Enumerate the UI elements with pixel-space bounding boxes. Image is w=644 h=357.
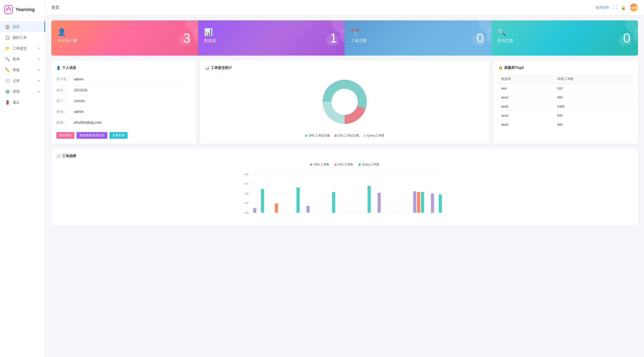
bar-query-6 (368, 186, 371, 213)
users-stat-value: 3 (183, 30, 190, 46)
trend-legend-query: Query工单数 (358, 162, 379, 167)
sidebar-item-manage[interactable]: ⚙️ 管理 ▼ (0, 86, 45, 97)
info-row-role: 角色： admin (56, 107, 191, 117)
svg-text:300: 300 (244, 192, 249, 195)
sidebar-item-my-orders[interactable]: 📋 我的工单 (0, 32, 45, 43)
stat-card-total-orders: ✂️ 工单总数 0 (345, 20, 491, 56)
db-name: test1 (498, 93, 554, 102)
trend-legend: DML工单数 DDL工单数 Query工单数 (56, 162, 633, 167)
view-permissions-button[interactable]: 查看权限 (109, 132, 128, 139)
trend-legend-ddl-dot (334, 163, 337, 166)
legend-query-dot (363, 135, 366, 137)
sidebar-label-query: 查询 (13, 57, 35, 62)
trend-panel: 📈 工单趋势 DML工单数 DDL工单数 Query工单数 (51, 149, 638, 226)
datasources-stat-label: 数据源 (204, 38, 339, 43)
sidebar-label-logout: 退出 (13, 100, 40, 105)
personal-info-title-text: 个人信息 (62, 66, 76, 70)
bar-chart-container: 500 400 300 200 100 (56, 171, 633, 221)
bar-ddl-1 (275, 204, 278, 213)
legend-dml: DML工单提交数 (305, 133, 330, 138)
trend-legend-ddl-label: DDL工单数 (338, 162, 353, 167)
order-count: 400 (554, 93, 633, 102)
fullscreen-icon[interactable]: ⛶ (613, 5, 617, 10)
order-stats-title: 📊 工单提交统计 (205, 66, 484, 70)
high-freq-table: 数据库 审核工单数 test510test1400test25300test35… (498, 74, 633, 129)
sidebar-item-query[interactable]: 🔍 查询 ▼ (0, 54, 45, 65)
logout-icon: 🚪 (5, 100, 10, 105)
username-value: admin (74, 77, 84, 82)
submit-order-arrow: ▼ (37, 47, 40, 50)
stats-row: 👤 平台用户数 3 📊 数据源 1 ✂️ (51, 20, 638, 56)
bar-dml-0 (253, 208, 256, 213)
dept-label: 部门： (56, 99, 74, 103)
sidebar-label-audit: 审核 (13, 68, 35, 72)
change-password-button[interactable]: 修改密码 (56, 132, 74, 139)
logo-icon (4, 5, 13, 14)
trend-legend-query-label: Query工单数 (362, 162, 379, 167)
personal-info-panel: 👤 个人信息 用户名： admin 姓名： 321312x 部门： ccccso (51, 61, 196, 144)
content-area: 👤 平台用户数 3 📊 数据源 1 ✂️ (45, 15, 644, 357)
table-row: test3500 (498, 111, 633, 120)
legend-query-label: Query工单数 (367, 133, 384, 138)
legend-dml-label: DML工单提交数 (309, 133, 330, 138)
db-name: test (498, 84, 554, 93)
page-title: 首页 (51, 5, 59, 10)
legend-ddl-dot (334, 135, 337, 137)
sidebar-item-records[interactable]: 🕐 记录 ▼ (0, 75, 45, 86)
table-row: test1400 (498, 93, 633, 102)
main-area: 首页 使用说明 ⛶ 🔒 admin 👤 平台用户数 3 (45, 0, 644, 357)
logo-container: Yearning (0, 0, 45, 19)
total-queries-stat-value: 0 (623, 30, 630, 46)
bar-dml-7 (378, 193, 381, 213)
db-name: test4 (498, 120, 554, 129)
bar-chart-svg: 500 400 300 200 100 (56, 171, 633, 221)
trend-legend-dml-label: DML工单数 (314, 162, 329, 167)
trend-legend-query-dot (358, 163, 361, 166)
sidebar-item-logout[interactable]: 🚪 退出 (0, 97, 45, 108)
help-link[interactable]: 使用说明 (596, 5, 609, 10)
users-stat-label: 平台用户数 (57, 38, 192, 43)
sidebar-item-submit-order[interactable]: 📁 工单提交 ▼ (0, 43, 45, 54)
total-orders-stat-value: 0 (476, 30, 484, 46)
info-row-dept: 部门： ccccso (56, 96, 191, 107)
order-stats-panel: 📊 工单提交统计 (200, 61, 489, 144)
svg-text:200: 200 (244, 202, 249, 205)
order-count: 400 (554, 120, 633, 129)
donut-svg (319, 77, 370, 127)
role-value: admin (74, 110, 84, 114)
order-stats-title-icon: 📊 (205, 66, 209, 70)
high-freq-title: 🔥 高频库/Top5 (498, 66, 633, 70)
info-row-realname: 姓名： 321312x (56, 85, 191, 96)
realname-label: 姓名： (56, 88, 74, 93)
user-avatar[interactable]: admin (630, 4, 638, 12)
datasources-stat-icon: 📊 (204, 28, 339, 36)
order-count: 5300 (554, 102, 633, 111)
order-count: 510 (554, 84, 633, 93)
sidebar-label-manage: 管理 (13, 90, 35, 94)
total-orders-stat-label: 工单总数 (351, 38, 485, 43)
role-label: 角色： (56, 110, 74, 114)
change-email-button[interactable]: 修改邮箱/真实姓名 (76, 132, 107, 139)
home-icon: 🏠 (5, 24, 10, 29)
personal-info-title-icon: 👤 (56, 66, 61, 70)
db-name: test2 (498, 102, 554, 111)
trend-title: 📈 工单趋势 (56, 154, 633, 158)
sidebar-item-audit[interactable]: ✏️ 审核 ▼ (0, 65, 45, 75)
svg-point-16 (332, 89, 358, 115)
legend-ddl-label: DDL工单提交数 (338, 133, 359, 138)
db-name: test3 (498, 111, 554, 120)
submit-order-icon: 📁 (5, 46, 10, 51)
sidebar-item-home[interactable]: 🏠 首页 (0, 21, 45, 32)
bars-group (253, 186, 442, 213)
order-stats-title-text: 工单提交统计 (211, 66, 232, 70)
personal-info-title: 👤 个人信息 (56, 66, 191, 70)
info-rows: 用户名： admin 姓名： 321312x 部门： ccccso 角色： ad… (56, 74, 191, 128)
audit-icon: ✏️ (5, 68, 10, 72)
lock-icon[interactable]: 🔒 (621, 5, 626, 10)
query-arrow: ▼ (37, 58, 40, 61)
header-actions: 使用说明 ⛶ 🔒 admin (596, 4, 638, 12)
svg-text:500: 500 (244, 173, 249, 176)
bar-ddl-9 (417, 192, 420, 213)
trend-title-text: 工单趋势 (62, 154, 76, 158)
records-arrow: ▼ (37, 79, 40, 82)
